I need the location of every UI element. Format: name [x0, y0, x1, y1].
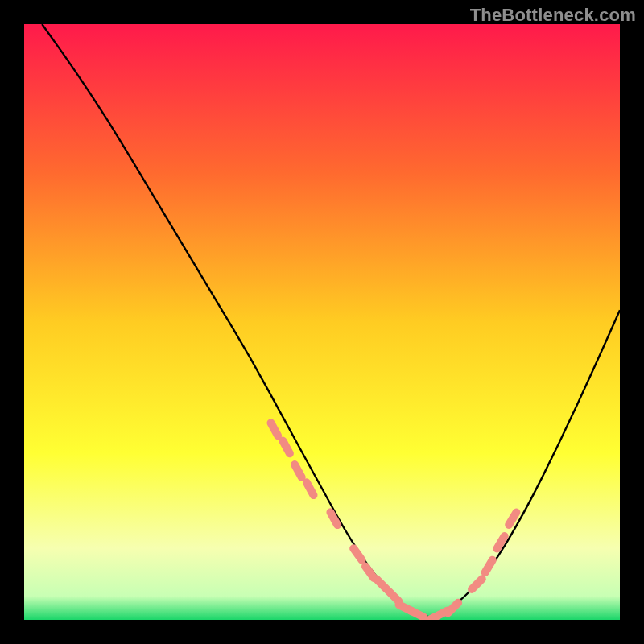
plot-area — [24, 24, 620, 620]
chart-frame: TheBottleneck.com — [0, 0, 644, 644]
gradient-background — [24, 24, 620, 620]
watermark-text: TheBottleneck.com — [470, 5, 636, 26]
chart-svg — [24, 24, 620, 620]
